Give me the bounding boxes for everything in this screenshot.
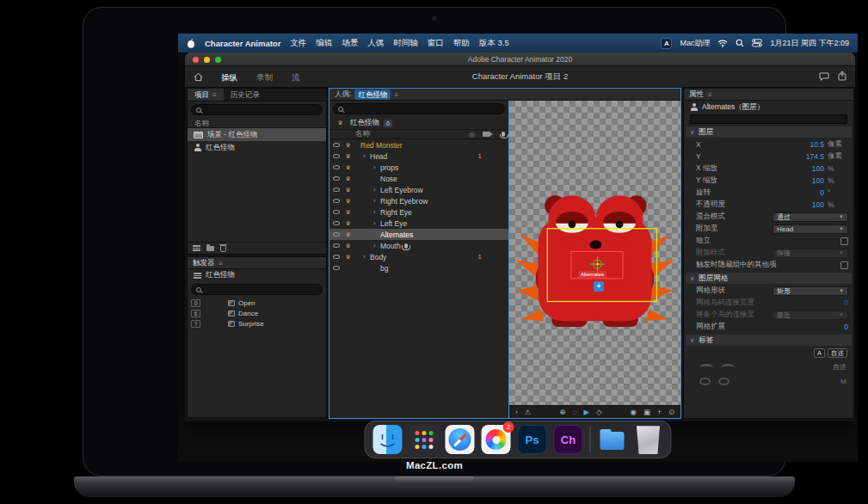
minimize-window-button[interactable] xyxy=(204,57,210,63)
project-item-row[interactable]: 场景 - 红色怪物 xyxy=(188,128,326,141)
center-view-icon[interactable]: ⊙ xyxy=(668,408,674,416)
layer-name-field[interactable] xyxy=(690,114,847,124)
visibility-eye-icon[interactable] xyxy=(329,243,342,248)
layout-grid-icon[interactable] xyxy=(193,245,200,251)
property-value[interactable]: 0 xyxy=(844,298,848,307)
visibility-eye-icon[interactable] xyxy=(329,199,342,203)
trigger-row[interactable]: 0 Open xyxy=(188,298,326,308)
downloads-folder-dock-icon[interactable] xyxy=(598,425,627,454)
property-dropdown[interactable]: 矩形 ▼ xyxy=(773,286,848,296)
crown-icon[interactable]: ♛ xyxy=(342,142,354,149)
expand-icon[interactable]: › xyxy=(515,408,518,416)
menubar-menu-item[interactable]: 场景 xyxy=(342,38,358,49)
property-value[interactable]: 0 xyxy=(844,323,848,331)
puppet-root-row[interactable]: ♛ 红色怪物 6 xyxy=(329,117,508,129)
puppet-layer-row[interactable]: ♛ › Alternates xyxy=(329,229,508,240)
expander-arrow-icon[interactable]: › xyxy=(363,152,370,160)
property-checkbox[interactable] xyxy=(840,261,848,269)
close-window-button[interactable] xyxy=(193,57,199,63)
finder-dock-icon[interactable] xyxy=(373,425,403,454)
puppet-layer-row[interactable]: ♛ › Left Eyebrow xyxy=(329,184,508,195)
wifi-icon[interactable] xyxy=(717,40,728,47)
crown-icon[interactable]: ♛ xyxy=(342,187,354,194)
property-dropdown[interactable]: 焊接 ▼ xyxy=(773,249,848,258)
warning-icon[interactable]: ⚠ xyxy=(525,408,532,416)
puppet-layer-row[interactable]: ♛ › Body 1 xyxy=(329,251,508,262)
crown-icon[interactable]: ♛ xyxy=(342,209,354,216)
panel-menu-icon[interactable] xyxy=(212,89,217,101)
new-folder-icon[interactable] xyxy=(206,246,214,251)
assistant-label[interactable]: Mac助理 xyxy=(680,38,710,49)
property-dropdown[interactable]: 最近 ▼ xyxy=(773,310,848,320)
workspace-tab[interactable]: 流 xyxy=(282,66,310,88)
zoom-window-button[interactable] xyxy=(215,57,221,63)
scene-canvas[interactable]: Alternates › ⚠ ⊕ ◌ ▶ ◇ ◉ xyxy=(508,101,680,418)
visibility-eye-icon[interactable] xyxy=(329,221,342,225)
trash-dock-icon[interactable] xyxy=(634,425,663,454)
crown-icon[interactable]: ♛ xyxy=(342,153,354,160)
hand-tool-icon[interactable]: ⊕ xyxy=(559,408,565,416)
visibility-eye-icon[interactable] xyxy=(329,266,342,270)
project-item-row[interactable]: 红色怪物 xyxy=(188,141,326,154)
crown-icon[interactable]: ♛ xyxy=(342,254,354,261)
home-icon[interactable] xyxy=(194,72,203,82)
mic-icon[interactable] xyxy=(502,132,505,137)
menubar-menu-item[interactable]: 文件 xyxy=(290,38,306,49)
menubar-menu-item[interactable]: 版本 3.5 xyxy=(479,38,509,49)
launchpad-dock-icon[interactable] xyxy=(409,425,439,454)
visibility-eye-icon[interactable] xyxy=(329,187,342,192)
crown-icon[interactable]: ♛ xyxy=(342,164,354,171)
menubar-menu-item[interactable]: 人偶 xyxy=(367,38,384,49)
puppet-layer-row[interactable]: ♛ › Left Eye xyxy=(329,218,508,229)
project-search-input[interactable] xyxy=(191,104,323,115)
puppet-layer-row[interactable]: ♛ › Mouth xyxy=(329,240,508,251)
panel-menu-icon[interactable] xyxy=(219,259,224,267)
menubar-menu-item[interactable]: 编辑 xyxy=(316,38,332,49)
visibility-eye-icon[interactable] xyxy=(329,165,342,169)
project-panel-tab[interactable]: 历史记录 xyxy=(224,89,267,101)
property-checkbox[interactable] xyxy=(840,237,848,245)
expander-arrow-icon[interactable]: › xyxy=(373,208,380,216)
trigger-row[interactable]: ? Surprise xyxy=(188,318,326,329)
solo-icon[interactable]: ◎ xyxy=(469,131,475,138)
triggers-search-input[interactable] xyxy=(191,284,323,295)
tag-ghost-row[interactable]: 自述 xyxy=(684,360,853,374)
window-titlebar[interactable]: Adobe Character Animator 2020 xyxy=(185,52,855,66)
crown-icon[interactable]: ♛ xyxy=(342,198,354,205)
assistant-badge-icon[interactable]: A xyxy=(661,38,672,49)
camera-icon[interactable] xyxy=(483,132,490,137)
puppet-pin-tool-icon[interactable]: ◇ xyxy=(596,408,602,416)
mesh-section-header[interactable]: ∨ 图层网格 xyxy=(686,273,852,284)
trigger-row[interactable]: 6 Dance xyxy=(188,308,326,318)
photoshop-dock-icon[interactable]: Ps xyxy=(518,425,547,454)
expander-arrow-icon[interactable]: › xyxy=(373,242,380,249)
panel-menu-icon[interactable] xyxy=(708,90,712,99)
tag-ghost-row[interactable]: M xyxy=(684,374,853,389)
menubar-menu-item[interactable]: 时间轴 xyxy=(393,38,418,49)
spotlight-search-icon[interactable] xyxy=(736,39,744,47)
visibility-eye-icon[interactable] xyxy=(329,143,342,147)
expander-arrow-icon[interactable]: › xyxy=(373,197,380,205)
comment-bubble-icon[interactable] xyxy=(819,69,829,84)
color-wheel-app-dock-icon[interactable]: 2 xyxy=(482,425,511,454)
character-animator-dock-icon[interactable]: Ch xyxy=(554,425,583,454)
menubar-app-name[interactable]: Character Animator xyxy=(205,39,280,48)
crown-icon[interactable]: ♛ xyxy=(342,243,354,249)
puppet-layer-row[interactable]: ♛ › Head 1 xyxy=(329,151,508,162)
control-center-icon[interactable] xyxy=(752,39,762,47)
property-value[interactable]: 100 xyxy=(812,176,824,185)
crown-icon[interactable]: ♛ xyxy=(342,175,354,182)
menubar-menu-item[interactable]: 窗口 xyxy=(428,38,444,49)
puppet-search-input[interactable] xyxy=(333,103,505,114)
trash-icon[interactable] xyxy=(220,245,226,252)
property-dropdown[interactable]: Head ▼ xyxy=(773,224,848,234)
visibility-eye-icon[interactable] xyxy=(329,210,342,214)
workspace-tab[interactable]: 录制 xyxy=(247,66,282,88)
panel-menu-icon[interactable] xyxy=(394,90,398,99)
puppet-layer-row[interactable]: ♛ › bg xyxy=(329,262,508,274)
property-value[interactable]: 10.5 xyxy=(810,140,824,149)
safari-dock-icon[interactable] xyxy=(446,425,475,454)
puppet-layer-row[interactable]: ♛ › Nose xyxy=(329,173,508,184)
expander-arrow-icon[interactable]: › xyxy=(363,253,370,261)
expander-arrow-icon[interactable]: › xyxy=(373,163,380,171)
